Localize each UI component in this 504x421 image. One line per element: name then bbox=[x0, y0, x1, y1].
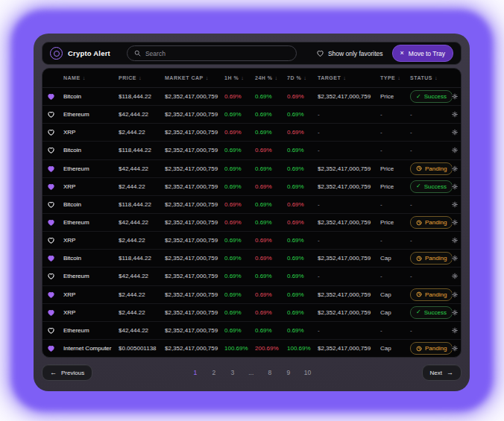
heart-icon bbox=[47, 92, 55, 101]
status-cell: ✓Success bbox=[410, 180, 452, 193]
settings-button[interactable] bbox=[452, 308, 458, 317]
favorite-toggle[interactable] bbox=[47, 165, 63, 173]
coin-price: $2,444.22 bbox=[119, 237, 165, 244]
favorite-toggle[interactable] bbox=[47, 200, 63, 209]
favorite-toggle[interactable] bbox=[47, 183, 63, 191]
settings-button[interactable] bbox=[452, 110, 458, 118]
favorite-toggle[interactable] bbox=[47, 146, 63, 154]
favorite-toggle[interactable] bbox=[47, 128, 63, 136]
favorite-toggle[interactable] bbox=[47, 218, 63, 227]
gear-icon bbox=[452, 110, 458, 118]
status-cell: - bbox=[410, 129, 452, 136]
page-number-8[interactable]: 8 bbox=[267, 369, 273, 376]
coin-name: Bitcoin bbox=[63, 255, 119, 262]
search-box[interactable] bbox=[127, 45, 297, 61]
column-header-24h[interactable]: 24H %↓ bbox=[255, 75, 287, 81]
alert-type: - bbox=[380, 201, 410, 208]
table-body: Bitcoin $118,444.22 $2,352,417,000,759 0… bbox=[42, 88, 461, 357]
column-header-status[interactable]: STATUS↓ bbox=[410, 75, 452, 81]
favorite-toggle[interactable] bbox=[47, 326, 63, 335]
table-row[interactable]: Ethereum $42,444.22 $2,352,417,000,759 0… bbox=[42, 106, 461, 124]
heart-icon bbox=[47, 218, 55, 227]
table-row[interactable]: Ethereum $42,444.22 $2,352,417,000,759 0… bbox=[42, 322, 461, 340]
table-row[interactable]: XRP $2,444.22 $2,352,417,000,759 0.69% 0… bbox=[42, 178, 461, 196]
page-number-2[interactable]: 2 bbox=[211, 369, 217, 376]
right-arrow-icon: → bbox=[447, 369, 453, 376]
change-7d: 0.69% bbox=[287, 255, 318, 262]
change-24h: 200.69% bbox=[255, 345, 287, 352]
favorite-toggle[interactable] bbox=[47, 254, 63, 262]
change-24h: 0.69% bbox=[255, 93, 287, 100]
table-row[interactable]: XRP $2,444.22 $2,352,417,000,759 0.69% 0… bbox=[42, 232, 461, 250]
page-number-10[interactable]: 10 bbox=[304, 369, 311, 376]
settings-button[interactable] bbox=[452, 272, 458, 280]
settings-button[interactable] bbox=[452, 128, 458, 136]
move-to-tray-button[interactable]: × Move to Tray bbox=[392, 45, 453, 62]
favorite-toggle[interactable] bbox=[47, 344, 63, 352]
column-header-type[interactable]: TYPE↓ bbox=[380, 75, 410, 81]
status-badge: Panding bbox=[410, 252, 452, 265]
settings-button[interactable] bbox=[452, 326, 458, 335]
change-7d: 0.69% bbox=[287, 147, 318, 153]
gear-icon bbox=[452, 128, 458, 136]
table-row[interactable]: Internet Computer $0.005001138 $2,352,41… bbox=[42, 340, 461, 357]
page-number-9[interactable]: 9 bbox=[286, 369, 292, 376]
settings-button[interactable] bbox=[452, 92, 458, 101]
coin-name: XRP bbox=[63, 129, 119, 136]
heart-icon bbox=[47, 236, 55, 244]
change-1h: 0.69% bbox=[224, 309, 255, 316]
settings-button[interactable] bbox=[452, 183, 458, 191]
alert-type: Price bbox=[380, 93, 410, 100]
show-favorites-toggle[interactable]: Show only favorites bbox=[316, 49, 383, 57]
change-24h: 0.69% bbox=[255, 237, 287, 244]
settings-button[interactable] bbox=[452, 165, 458, 173]
column-header-price[interactable]: PRICE↓ bbox=[119, 75, 165, 81]
table-row[interactable]: Bitcoin $118,444.22 $2,352,417,000,759 0… bbox=[42, 142, 461, 159]
table-row[interactable]: Ethereum $42,444.22 $2,352,417,000,759 0… bbox=[42, 160, 461, 178]
status-label: Panding bbox=[425, 255, 447, 262]
settings-button[interactable] bbox=[452, 344, 458, 352]
status-badge: Panding bbox=[410, 342, 452, 355]
table-row[interactable]: Bitcoin $118,444.22 $2,352,417,000,759 0… bbox=[42, 88, 461, 106]
favorite-toggle[interactable] bbox=[47, 110, 63, 118]
favorite-toggle[interactable] bbox=[47, 272, 63, 280]
market-cap: $2,352,417,000,759 bbox=[165, 291, 224, 298]
table-row[interactable]: Ethereum $42,444.22 $2,352,417,000,759 0… bbox=[42, 268, 461, 285]
market-cap: $2,352,417,000,759 bbox=[165, 201, 224, 208]
favorite-toggle[interactable] bbox=[47, 291, 63, 299]
search-input[interactable] bbox=[145, 50, 289, 57]
table-row[interactable]: Bitcoin $118,444.22 $2,352,417,000,759 0… bbox=[42, 250, 461, 268]
sort-down-icon: ↓ bbox=[303, 75, 306, 81]
previous-button[interactable]: ← Previous bbox=[42, 364, 92, 381]
table-row[interactable]: Ethereum $42,444.22 $2,352,417,000,759 0… bbox=[42, 214, 461, 232]
page-number-3[interactable]: 3 bbox=[230, 369, 236, 376]
settings-button[interactable] bbox=[452, 218, 458, 227]
settings-button[interactable] bbox=[452, 254, 458, 262]
clock-icon bbox=[416, 220, 422, 226]
next-button[interactable]: Next → bbox=[422, 364, 462, 381]
column-header-name[interactable]: NAME↓ bbox=[63, 75, 119, 81]
column-header-market-cap[interactable]: MARKET CAP↓ bbox=[165, 75, 224, 81]
column-header-1h[interactable]: 1H %↓ bbox=[224, 75, 255, 81]
favorite-toggle[interactable] bbox=[47, 308, 63, 317]
column-header-7d[interactable]: 7D %↓ bbox=[287, 75, 318, 81]
table-row[interactable]: XRP $2,444.22 $2,352,417,000,759 0.69% 0… bbox=[42, 304, 461, 322]
column-header-target[interactable]: TARGET↓ bbox=[318, 75, 380, 81]
table-row[interactable]: Bitcoin $118,444.22 $2,352,417,000,759 0… bbox=[42, 196, 461, 214]
page-number-1[interactable]: 1 bbox=[192, 369, 198, 376]
settings-button[interactable] bbox=[452, 200, 458, 209]
settings-button[interactable] bbox=[452, 236, 458, 244]
heart-icon bbox=[47, 183, 55, 191]
move-to-tray-label: Move to Tray bbox=[409, 50, 445, 57]
coin-name: Bitcoin bbox=[63, 93, 119, 100]
settings-button[interactable] bbox=[452, 291, 458, 299]
market-cap: $2,352,417,000,759 bbox=[165, 255, 224, 262]
table-row[interactable]: XRP $2,444.22 $2,352,417,000,759 0.69% 0… bbox=[42, 124, 461, 142]
clock-icon bbox=[416, 291, 422, 297]
favorite-toggle[interactable] bbox=[47, 92, 63, 101]
gear-icon bbox=[452, 254, 458, 262]
favorite-toggle[interactable] bbox=[47, 236, 63, 244]
column-label: NAME bbox=[63, 75, 81, 80]
table-row[interactable]: XRP $2,444.22 $2,352,417,000,759 0.69% 0… bbox=[42, 286, 461, 304]
settings-button[interactable] bbox=[452, 146, 458, 154]
